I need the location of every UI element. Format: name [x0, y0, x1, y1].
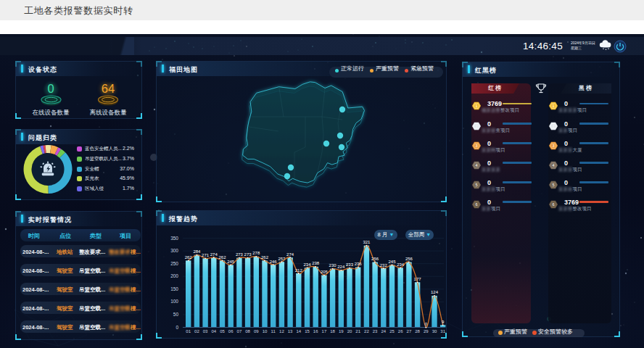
svg-text:2: 2 [475, 124, 477, 128]
svg-text:5: 5 [475, 183, 477, 187]
svg-text:233: 233 [346, 262, 354, 267]
svg-text:9: 9 [442, 320, 445, 324]
svg-text:2: 2 [552, 124, 554, 128]
svg-text:262: 262 [261, 255, 269, 260]
svg-text:24: 24 [381, 329, 386, 334]
svg-text:245: 245 [388, 260, 396, 264]
svg-text:4: 4 [552, 163, 554, 167]
svg-text:1: 1 [552, 104, 554, 108]
svg-text:09: 09 [254, 329, 259, 334]
svg-text:6: 6 [552, 202, 554, 207]
svg-text:300: 300 [170, 248, 178, 253]
svg-text:205: 205 [321, 270, 329, 274]
svg-text:236: 236 [355, 262, 363, 266]
svg-text:238: 238 [312, 261, 320, 265]
svg-text:230: 230 [329, 263, 337, 268]
svg-text:05: 05 [220, 329, 225, 334]
svg-text:274: 274 [210, 252, 218, 257]
svg-text:274: 274 [286, 252, 294, 257]
svg-text:01: 01 [186, 329, 191, 334]
svg-text:28: 28 [415, 329, 420, 334]
svg-text:14: 14 [296, 329, 301, 334]
svg-text:3: 3 [475, 144, 477, 148]
svg-text:200: 200 [170, 273, 178, 278]
svg-text:0: 0 [176, 325, 178, 330]
svg-text:232: 232 [380, 263, 388, 268]
svg-text:27: 27 [407, 329, 412, 334]
svg-text:245: 245 [227, 260, 235, 264]
svg-text:06: 06 [228, 329, 234, 334]
svg-text:16: 16 [313, 329, 318, 334]
svg-text:262: 262 [185, 255, 193, 260]
svg-text:21: 21 [355, 329, 360, 334]
svg-text:321: 321 [363, 240, 371, 244]
svg-text:234: 234 [303, 262, 311, 267]
svg-text:5: 5 [552, 183, 554, 187]
svg-text:234: 234 [397, 262, 405, 267]
svg-text:04: 04 [211, 329, 216, 334]
svg-text:22: 22 [364, 329, 369, 334]
svg-text:26: 26 [398, 329, 403, 334]
svg-text:13: 13 [288, 329, 293, 334]
svg-text:23: 23 [373, 329, 378, 334]
svg-text:08: 08 [245, 329, 250, 334]
svg-text:11: 11 [271, 329, 276, 334]
svg-text:250: 250 [170, 261, 178, 266]
svg-text:20: 20 [347, 329, 352, 334]
svg-text:256: 256 [371, 257, 379, 261]
svg-text:50: 50 [173, 312, 179, 317]
svg-text:3: 3 [552, 144, 554, 148]
svg-text:18: 18 [330, 329, 335, 334]
svg-text:350: 350 [170, 236, 178, 241]
svg-text:262: 262 [218, 255, 226, 260]
svg-text:03: 03 [203, 329, 208, 334]
svg-text:12: 12 [279, 329, 284, 334]
svg-text:278: 278 [252, 251, 260, 255]
svg-text:25: 25 [389, 329, 395, 334]
svg-text:02: 02 [194, 329, 199, 334]
svg-text:257: 257 [278, 257, 286, 261]
svg-text:256: 256 [405, 257, 413, 261]
svg-text:100: 100 [170, 299, 178, 304]
svg-text:30: 30 [432, 329, 437, 334]
svg-text:4: 4 [475, 163, 477, 167]
svg-text:273: 273 [236, 252, 244, 257]
svg-text:124: 124 [431, 290, 439, 294]
svg-text:150: 150 [170, 286, 178, 291]
svg-text:284: 284 [193, 249, 201, 254]
svg-text:212: 212 [295, 268, 303, 273]
svg-text:15: 15 [305, 329, 310, 334]
svg-text:29: 29 [424, 329, 429, 334]
svg-text:17: 17 [322, 329, 327, 334]
svg-text:1: 1 [475, 104, 477, 108]
svg-text:07: 07 [237, 329, 242, 334]
svg-text:273: 273 [244, 252, 252, 257]
svg-text:10: 10 [263, 329, 268, 334]
svg-text:177: 177 [414, 277, 422, 281]
svg-text:6: 6 [475, 202, 477, 207]
svg-text:19: 19 [339, 329, 344, 334]
svg-text:271: 271 [202, 253, 210, 257]
svg-text:246: 246 [270, 260, 278, 264]
svg-text:224: 224 [337, 265, 345, 269]
